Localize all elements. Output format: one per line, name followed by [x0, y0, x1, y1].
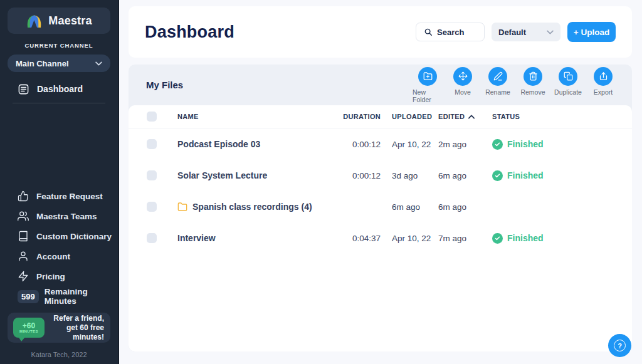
sidebar-bottom-nav: Feature Request Maestra Teams Custom Dic… [0, 186, 118, 286]
current-channel-label: CURRENT CHANNEL [0, 42, 118, 49]
book-icon [18, 231, 29, 242]
file-name[interactable]: Interview [177, 233, 323, 243]
files-table: NAME DURATION UPLOADED EDITED STATUS Pod… [129, 105, 632, 351]
tool-label: Remove [520, 88, 545, 96]
remove-icon [524, 67, 542, 86]
check-icon [492, 139, 503, 150]
sidebar-item-label: Dashboard [37, 84, 83, 94]
user-icon [18, 251, 29, 262]
help-button[interactable]: ? [608, 334, 631, 357]
tool-label: Move [455, 88, 471, 96]
file-duration: 0:00:12 [323, 140, 381, 149]
page-header: Dashboard Search Default + Upload [129, 6, 632, 58]
move-button[interactable]: Move [448, 67, 478, 103]
referral-text: Refer a friend, get 60 free minutes! [51, 314, 104, 342]
status-badge: Finished [492, 139, 632, 150]
export-button[interactable]: Export [588, 67, 618, 103]
table-row[interactable]: Solar System Lecture 0:00:12 3d ago 6m a… [129, 160, 632, 191]
file-uploaded: 3d ago [381, 171, 438, 180]
plus-60-minutes-icon: +60 MINUTES [13, 318, 45, 338]
duplicate-button[interactable]: Duplicate [553, 67, 583, 103]
column-header-duration[interactable]: DURATION [323, 113, 381, 120]
filter-dropdown[interactable]: Default [492, 23, 560, 41]
help-icon: ? [614, 340, 626, 351]
my-files-panel: My Files New Folder [129, 65, 632, 351]
app-name: Maestra [48, 14, 92, 28]
tool-label: Duplicate [554, 88, 582, 96]
file-edited: 7m ago [438, 234, 492, 243]
row-checkbox[interactable] [147, 202, 157, 212]
table-row[interactable]: Podcast Episode 03 0:00:12 Apr 10, 22 2m… [129, 128, 632, 160]
row-checkbox[interactable] [147, 233, 157, 243]
sidebar-item-feature-request[interactable]: Feature Request [0, 186, 118, 206]
move-icon [453, 67, 472, 86]
app-logo[interactable]: Maestra [8, 8, 110, 34]
rename-icon [488, 67, 507, 86]
sidebar-item-pricing[interactable]: Pricing [0, 266, 118, 286]
file-edited: 6m ago [438, 171, 492, 180]
file-edited: 6m ago [438, 202, 492, 212]
sidebar: Maestra CURRENT CHANNEL Main Channel Das… [0, 0, 119, 364]
sidebar-item-label: Maestra Teams [36, 212, 97, 221]
file-name[interactable]: Solar System Lecture [177, 170, 323, 180]
folder-name[interactable]: Spanish class recordings (4) [177, 202, 323, 212]
search-input[interactable]: Search [416, 23, 485, 41]
file-duration: 0:00:12 [323, 171, 381, 180]
file-name[interactable]: Podcast Episode 03 [177, 139, 323, 149]
select-all-checkbox[interactable] [147, 112, 157, 122]
column-header-name[interactable]: NAME [177, 113, 323, 120]
channel-select-value: Main Channel [16, 59, 69, 68]
filter-dropdown-value: Default [498, 28, 526, 37]
export-icon [594, 67, 613, 86]
sidebar-item-account[interactable]: Account [0, 246, 118, 266]
file-uploaded: 6m ago [381, 202, 438, 212]
sidebar-item-label: Custom Dictionary [36, 232, 112, 241]
maestra-logo-icon [26, 14, 43, 28]
chevron-down-icon [547, 30, 554, 34]
folder-icon [177, 202, 187, 212]
thumbs-up-icon [18, 190, 29, 202]
my-files-topbar: My Files New Folder [129, 65, 632, 105]
tool-label: Rename [485, 88, 510, 96]
my-files-title: My Files [146, 80, 183, 90]
new-folder-button[interactable]: New Folder [413, 67, 443, 103]
page-title: Dashboard [145, 23, 416, 42]
sidebar-spacer [0, 103, 118, 186]
dashboard-icon [18, 83, 29, 95]
sidebar-item-dashboard[interactable]: Dashboard [0, 80, 118, 98]
file-duration: 0:04:37 [323, 234, 381, 243]
status-badge: Finished [492, 170, 632, 181]
new-folder-icon [418, 67, 437, 86]
table-header-row: NAME DURATION UPLOADED EDITED STATUS [129, 105, 632, 128]
search-icon [424, 28, 433, 36]
channel-select[interactable]: Main Channel [8, 55, 110, 72]
sidebar-item-maestra-teams[interactable]: Maestra Teams [0, 206, 118, 226]
column-header-edited[interactable]: EDITED [438, 113, 492, 120]
status-badge: Finished [492, 233, 632, 244]
row-checkbox[interactable] [147, 139, 157, 149]
rename-button[interactable]: Rename [483, 67, 513, 103]
column-header-uploaded[interactable]: UPLOADED [381, 113, 438, 120]
sidebar-item-label: Pricing [36, 272, 65, 281]
row-checkbox[interactable] [147, 170, 157, 180]
table-row[interactable]: Spanish class recordings (4) 6m ago 6m a… [129, 191, 632, 222]
sidebar-item-label: Account [36, 252, 70, 261]
remove-button[interactable]: Remove [518, 67, 548, 103]
sidebar-item-custom-dictionary[interactable]: Custom Dictionary [0, 226, 118, 246]
tool-label: Export [594, 88, 613, 96]
table-row[interactable]: Interview 0:04:37 Apr 10, 22 7m ago Fini… [129, 222, 632, 254]
tool-label: New Folder [413, 88, 443, 103]
copyright: Katara Tech, 2022 [0, 351, 118, 358]
sort-ascending-icon [468, 115, 475, 119]
file-uploaded: Apr 10, 22 [381, 140, 438, 149]
main-content: Dashboard Search Default + Upload My Fil… [119, 0, 642, 364]
duplicate-icon [559, 67, 577, 86]
sidebar-item-label: Feature Request [36, 192, 103, 201]
upload-button[interactable]: + Upload [567, 22, 616, 42]
search-placeholder: Search [437, 28, 464, 37]
column-header-status[interactable]: STATUS [492, 113, 632, 120]
file-uploaded: Apr 10, 22 [381, 234, 438, 243]
remaining-minutes: 599 Remaining Minutes [0, 286, 118, 306]
check-icon [492, 170, 503, 181]
referral-banner[interactable]: +60 MINUTES Refer a friend, get 60 free … [8, 313, 110, 343]
